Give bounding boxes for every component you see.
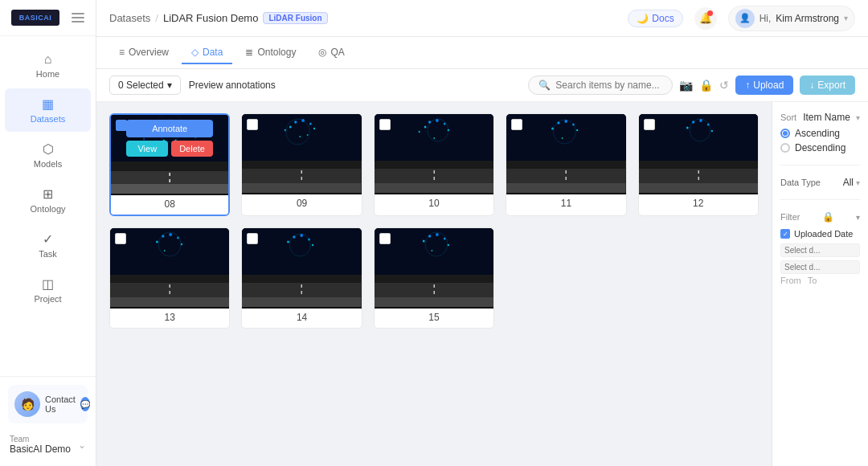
date-to-input[interactable]: [780, 260, 860, 274]
divider-2: [780, 199, 860, 200]
svg-point-57: [576, 129, 578, 131]
item-checkbox-09[interactable]: [247, 119, 258, 130]
svg-point-58: [562, 137, 563, 139]
svg-rect-63: [639, 114, 758, 161]
grid-item-11[interactable]: 11: [506, 113, 626, 216]
search-box[interactable]: 🔍: [528, 76, 673, 95]
svg-point-81: [164, 250, 166, 251]
grid-item-14[interactable]: 14: [241, 227, 362, 329]
svg-point-53: [551, 128, 554, 130]
delete-button-08[interactable]: Delete: [171, 141, 213, 157]
svg-point-76: [156, 241, 158, 243]
svg-rect-85: [110, 297, 229, 307]
breadcrumb-root[interactable]: Datasets: [109, 12, 150, 24]
svg-rect-108: [375, 297, 493, 307]
search-input[interactable]: [555, 80, 662, 91]
sidebar-item-models[interactable]: ⬡ Models: [5, 133, 91, 177]
tab-overview[interactable]: ≡ Overview: [109, 42, 178, 64]
header: Datasets / LiDAR Fusion Demo LiDAR Fusio…: [96, 0, 868, 37]
from-to-labels: From To: [780, 276, 860, 285]
sort-option-ascending[interactable]: Ascending: [780, 128, 860, 139]
user-greeting: Hi,: [760, 13, 772, 24]
content-area: Annotate View Delete 08: [96, 102, 868, 466]
ascending-label: Ascending: [795, 128, 840, 139]
filter-chevron-icon[interactable]: ▾: [856, 213, 860, 222]
hamburger-menu[interactable]: [72, 13, 84, 22]
preview-annotations-label: Preview annotations: [189, 80, 276, 91]
svg-point-89: [293, 235, 296, 239]
sidebar-item-datasets[interactable]: ▦ Datasets: [5, 88, 91, 132]
filter-lock-icon: 🔒: [822, 211, 834, 223]
camera-icon[interactable]: 📷: [679, 79, 693, 92]
radio-descending[interactable]: [780, 143, 790, 153]
svg-rect-73: [639, 183, 758, 193]
sidebar-item-ontology[interactable]: ⊞ Ontology: [5, 178, 91, 222]
svg-rect-23: [111, 184, 228, 194]
contact-us-box[interactable]: 🧑 Contact Us 💬: [8, 385, 88, 423]
svg-point-92: [312, 244, 313, 246]
main-content: Datasets / LiDAR Fusion Demo LiDAR Fusio…: [96, 0, 868, 466]
sidebar: BASICAI ⌂ Home ▦ Datasets ⬡ Models ⊞ Ont…: [0, 0, 96, 466]
tab-ontology-label: Ontology: [257, 47, 296, 58]
sort-header-row: Sort Item Name ▾: [780, 112, 860, 123]
item-checkbox-12[interactable]: [644, 119, 655, 130]
road-visual-09: [242, 161, 361, 193]
svg-point-66: [692, 121, 694, 124]
user-menu-button[interactable]: 👤 Hi, Kim Armstrong ▾: [728, 6, 855, 31]
data-type-value: All: [843, 177, 854, 188]
uploaded-date-checkbox[interactable]: ✓: [780, 229, 790, 239]
tab-ontology[interactable]: ≣ Ontology: [235, 42, 305, 64]
road-visual-11: [506, 161, 625, 193]
export-icon: ↓: [809, 80, 814, 91]
svg-rect-37: [242, 183, 361, 193]
svg-point-44: [448, 129, 449, 131]
ontology-icon: ⊞: [43, 186, 53, 202]
item-checkbox-11[interactable]: [511, 119, 522, 130]
svg-point-55: [565, 120, 568, 123]
contact-us-label: Contact Us: [45, 394, 76, 414]
item-checkbox-10[interactable]: [379, 119, 391, 130]
selected-count-button[interactable]: 0 Selected ▾: [109, 76, 181, 95]
date-from-input[interactable]: [780, 243, 860, 257]
notifications-button[interactable]: 🔔: [694, 7, 717, 30]
upload-button[interactable]: ↑ Upload: [735, 76, 793, 95]
road-visual-13: [110, 275, 229, 307]
grid-item-09[interactable]: 09: [241, 113, 362, 216]
item-checkbox-13[interactable]: [115, 233, 126, 244]
svg-point-27: [295, 121, 297, 124]
grid-item-15[interactable]: 15: [374, 227, 494, 329]
tab-qa[interactable]: ◎ QA: [309, 42, 354, 64]
svg-point-77: [162, 235, 164, 238]
sort-chevron-icon[interactable]: ▾: [856, 113, 860, 122]
date-row-from: [780, 243, 860, 257]
sidebar-item-project[interactable]: ◫ Project: [5, 268, 91, 312]
project-icon: ◫: [42, 276, 54, 292]
sidebar-item-home[interactable]: ⌂ Home: [5, 44, 91, 87]
grid-item-13[interactable]: 13: [109, 227, 230, 329]
refresh-icon[interactable]: ↺: [719, 79, 729, 92]
grid-item-08[interactable]: Annotate View Delete 08: [109, 113, 230, 216]
team-chevron-icon[interactable]: ⌄: [78, 439, 86, 451]
radio-ascending[interactable]: [780, 129, 790, 138]
data-type-value-row[interactable]: All ▾: [843, 177, 860, 188]
sort-option-descending[interactable]: Descending: [780, 142, 860, 153]
export-button[interactable]: ↓ Export: [800, 76, 855, 95]
item-checkbox-15[interactable]: [379, 233, 391, 244]
grid-item-10[interactable]: 10: [374, 113, 494, 216]
item-checkbox-08[interactable]: [116, 120, 127, 131]
grid-item-12[interactable]: 12: [638, 113, 759, 216]
view-button-08[interactable]: View: [126, 141, 168, 157]
svg-point-68: [706, 124, 709, 126]
tab-data[interactable]: ◇ Data: [182, 42, 232, 64]
breadcrumb: Datasets / LiDAR Fusion Demo LiDAR Fusio…: [109, 12, 328, 24]
annotate-button-08[interactable]: Annotate: [126, 120, 213, 137]
sidebar-item-task[interactable]: ✓ Task: [5, 223, 91, 267]
right-panel: Sort Item Name ▾ Ascending Descending: [772, 102, 868, 466]
svg-point-29: [309, 123, 312, 125]
item-checkbox-14[interactable]: [247, 233, 258, 244]
user-avatar: 👤: [735, 9, 755, 28]
sort-field-value: Item Name: [803, 112, 850, 123]
svg-point-80: [181, 243, 182, 245]
docs-button[interactable]: 🌙 Docs: [628, 10, 682, 27]
datasets-icon: ▦: [42, 96, 54, 112]
